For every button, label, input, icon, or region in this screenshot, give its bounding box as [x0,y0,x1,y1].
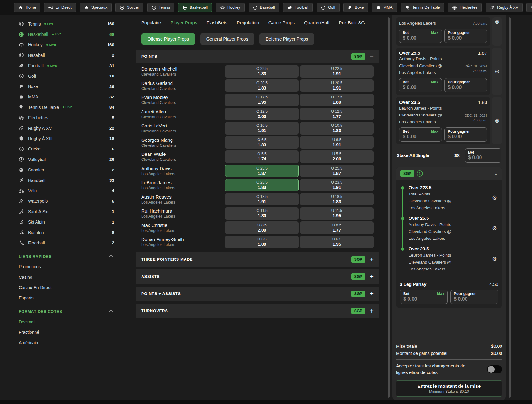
odds-format-fractionne[interactable]: Fractionné [19,327,114,337]
sidebar-item-velo[interactable]: Vélo4 [19,185,114,196]
tab-regulation[interactable]: Regulation [237,20,259,25]
over-odds-button[interactable]: O 12.52.00 [225,108,299,120]
sidebar-item-mma[interactable]: MMA32 [19,92,114,102]
over-odds-button[interactable]: O 6.51.80 [225,236,299,248]
tab-pre-built-sg[interactable]: Pre-Built SG [339,20,365,25]
nav-item-football[interactable]: Football [283,3,313,12]
sidebar-link-esports[interactable]: Esports [19,293,114,303]
section-points-assists[interactable]: POINTS + ASSISTSSGP+ [136,287,379,301]
parlay-to-win-input[interactable]: Pour gagner $ 0.00 [450,290,498,304]
under-odds-button[interactable]: U 20.51.91 [300,79,374,92]
subtab-general-player-props[interactable]: General Player Props [200,33,254,45]
sidebar-item-tennis[interactable]: TennisLIVE160 [19,19,114,29]
nav-item-boxe[interactable]: Boxe [343,3,368,12]
tab-quarter-half[interactable]: Quarter/Half [304,20,330,25]
nav-item-home[interactable]: Home [14,3,40,12]
expand-icon[interactable]: + [369,273,374,280]
under-odds-button[interactable]: U 17.51.80 [300,94,374,106]
sidebar-item-floorball[interactable]: Floorball2 [19,238,114,248]
odds-format-decimal[interactable]: Décimal [19,317,114,327]
over-odds-button[interactable]: O 22.51.83 [225,65,299,78]
nav-item-hockey[interactable]: Hockey [216,3,245,12]
section-assists[interactable]: ASSISTSSGP+ [136,269,379,284]
tab-player-props[interactable]: Player Props [170,20,197,25]
collapse-arrow-icon[interactable]: ▲ [494,172,498,175]
sidebar-item-ski-alpin[interactable]: Ski Alpin1 [19,217,114,227]
subtab-offense-player-props[interactable]: Offense Player Props [141,33,195,45]
over-odds-button[interactable]: O 11.51.80 [225,207,299,220]
remove-bet-column[interactable]: ⊗ [492,97,502,144]
remove-bet-icon[interactable]: ⊗ [495,68,500,74]
sidebar-link-casino[interactable]: Casino [19,272,114,282]
points-section-header[interactable]: POINTS SGP − [136,50,379,63]
nav-item-basketball[interactable]: Basketball [178,3,212,12]
sgp-header[interactable]: SGP 1 ▲ [396,167,502,180]
remove-bet-icon[interactable]: ⊗ [495,118,500,124]
under-odds-button[interactable]: U 10.51.83 [300,122,374,135]
under-odds-button[interactable]: U 11.51.95 [300,207,374,220]
sgp-badge[interactable]: SGP [351,308,365,314]
sidebar-item-saut-a-ski[interactable]: Saut À Ski1 [19,206,114,217]
nav-item-tennis[interactable]: Tennis [147,3,174,12]
remove-leg-icon[interactable]: ⊗ [492,225,497,231]
remove-leg-icon[interactable]: ⊗ [492,256,497,262]
bet-amount-input[interactable]: BetMax$ 0.00 [399,127,442,142]
sidebar-link-promotions[interactable]: Promotions [19,262,114,272]
bet-amount-input[interactable]: BetMax $ 0.00 [399,29,442,43]
sidebar-item-snooker[interactable]: Snooker2 [19,165,114,175]
over-odds-button[interactable]: O 10.51.91 [225,122,299,135]
sgp-badge[interactable]: SGP [351,291,365,297]
under-odds-button[interactable]: U 22.51.91 [300,65,374,78]
max-button[interactable]: Max [431,129,438,134]
sgp-badge[interactable]: SGP [351,53,365,60]
collapse-icon[interactable]: − [369,53,374,60]
under-odds-button[interactable]: U 12.51.77 [300,108,374,120]
to-win-input[interactable]: Pour gagner $ 0.00 [444,29,487,43]
quick-links-header[interactable]: LIENS RAPIDES [19,252,114,262]
accept-changes-toggle[interactable] [487,365,502,373]
remove-leg-icon[interactable]: ⊗ [492,195,497,200]
sidebar-item-golf[interactable]: Golf10 [19,71,114,81]
sidebar-item-cricket[interactable]: Cricket6 [19,144,114,154]
expand-icon[interactable]: + [369,256,374,263]
under-odds-button[interactable]: U 8.51.77 [300,221,374,234]
over-odds-button[interactable]: O 5.51.74 [225,150,299,163]
sidebar-item-volleyball[interactable]: Volleyball26 [19,154,114,165]
sidebar-item-rugby-a-xiii[interactable]: Rugby À XIII18 [19,133,114,144]
tab-game-props[interactable]: Game Props [268,20,295,25]
nav-item-en-direct[interactable]: En Direct [44,3,76,12]
sidebar-item-football[interactable]: FootballLIVE31 [19,61,114,71]
main-scrollbar[interactable] [388,17,390,398]
expand-icon[interactable]: + [369,308,374,314]
over-odds-button[interactable]: O 6.51.83 [225,136,299,149]
nav-item-mma[interactable]: MMA [372,3,397,12]
over-odds-button[interactable]: O 23.51.83 [225,179,299,191]
place-bet-button[interactable]: Entrez le montant de la mise Minimum Sta… [396,380,502,397]
over-odds-button[interactable]: O 25.51.87 [225,165,299,177]
to-win-input[interactable]: Pour gagner$ 0.00 [444,78,487,92]
sidebar-item-handball[interactable]: Handball33 [19,175,114,185]
subtab-defense-player-props[interactable]: Defense Player Props [259,33,314,45]
sidebar-item-tennis-de-table[interactable]: Tennis De TableLIVE84 [19,102,114,112]
under-odds-button[interactable]: U 5.52.00 [300,150,374,163]
sidebar-item-rugby-a-xv[interactable]: Rugby À XV22 [19,123,114,133]
under-odds-button[interactable]: U 25.51.87 [300,165,374,177]
over-odds-button[interactable]: O 8.52.00 [225,221,299,234]
under-odds-button[interactable]: U 6.51.95 [300,236,374,248]
sidebar-item-biathlon[interactable]: Biathlon8 [19,227,114,238]
remove-bet-column[interactable]: ⊗ [492,17,502,46]
sidebar-item-baseball[interactable]: Baseball2 [19,50,114,60]
nav-item-speciaux[interactable]: Spéciaux [80,3,112,12]
remove-bet-column[interactable]: ⊗ [492,48,502,95]
sidebar-link-casino-en-direct[interactable]: Casino En Direct [19,282,114,293]
nav-item-flechettes[interactable]: Fléchettes [448,3,482,12]
nav-item-rugby-a-xv[interactable]: Rugby À XV [486,3,523,12]
sidebar-item-flechettes[interactable]: Fléchettes5 [19,113,114,123]
under-odds-button[interactable]: U 18.51.83 [300,193,374,205]
max-button[interactable]: Max [431,80,438,84]
over-odds-button[interactable]: O 17.51.95 [225,94,299,106]
nav-item-golf[interactable]: Golf [317,3,340,12]
sidebar-item-hockey[interactable]: HockeyLIVE160 [19,40,114,50]
nav-item-baseball[interactable]: Baseball [249,3,279,12]
section-three-pointers-made[interactable]: THREE POINTERS MADESGP+ [136,252,379,267]
